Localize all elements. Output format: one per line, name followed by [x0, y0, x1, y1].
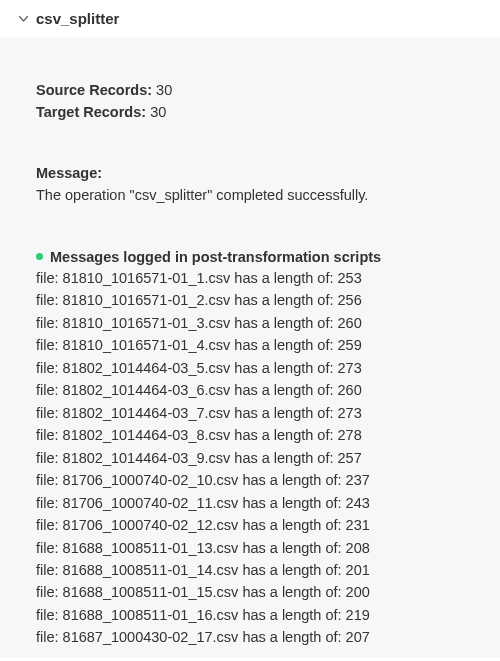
log-line: file: 81802_1014464-03_5.csv has a lengt… [36, 357, 470, 379]
log-line: file: 81706_1000740-02_11.csv has a leng… [36, 492, 470, 514]
log-line: file: 81688_1008511-01_16.csv has a leng… [36, 604, 470, 626]
log-line: file: 81810_1016571-01_1.csv has a lengt… [36, 267, 470, 289]
source-records-row: Source Records: 30 [36, 79, 470, 101]
log-line: file: 81688_1008511-01_14.csv has a leng… [36, 559, 470, 581]
section-header[interactable]: csv_splitter [0, 0, 500, 37]
log-line: file: 81802_1014464-03_6.csv has a lengt… [36, 379, 470, 401]
target-records-value: 30 [150, 104, 166, 120]
log-line: file: 81688_1008511-01_15.csv has a leng… [36, 581, 470, 603]
logs-header-text: Messages logged in post-transformation s… [50, 249, 381, 265]
target-records-label: Target Records: [36, 104, 146, 120]
log-line: file: 81810_1016571-01_3.csv has a lengt… [36, 312, 470, 334]
log-line: file: 81688_1008511-01_13.csv has a leng… [36, 537, 470, 559]
chevron-down-icon [18, 14, 28, 24]
message-label: Message: [36, 162, 470, 184]
log-line: file: 81810_1016571-01_2.csv has a lengt… [36, 289, 470, 311]
message-block: Message: The operation "csv_splitter" co… [36, 162, 470, 207]
log-line: file: 81802_1014464-03_7.csv has a lengt… [36, 402, 470, 424]
message-text: The operation "csv_splitter" completed s… [36, 187, 368, 203]
log-line: file: 81687_1000430-02_17.csv has a leng… [36, 626, 470, 648]
source-records-label: Source Records: [36, 82, 152, 98]
logs-header: Messages logged in post-transformation s… [36, 249, 470, 265]
log-line: file: 81802_1014464-03_8.csv has a lengt… [36, 424, 470, 446]
log-line: file: 81802_1014464-03_9.csv has a lengt… [36, 447, 470, 469]
section-title: csv_splitter [36, 10, 119, 27]
log-line: file: 81706_1000740-02_10.csv has a leng… [36, 469, 470, 491]
content-panel: Source Records: 30 Target Records: 30 Me… [0, 37, 500, 658]
status-dot-icon [36, 253, 43, 260]
target-records-row: Target Records: 30 [36, 101, 470, 123]
log-line: file: 81706_1000740-02_12.csv has a leng… [36, 514, 470, 536]
source-records-value: 30 [156, 82, 172, 98]
log-line: file: 81810_1016571-01_4.csv has a lengt… [36, 334, 470, 356]
log-lines: file: 81810_1016571-01_1.csv has a lengt… [36, 267, 470, 649]
records-block: Source Records: 30 Target Records: 30 [36, 79, 470, 124]
